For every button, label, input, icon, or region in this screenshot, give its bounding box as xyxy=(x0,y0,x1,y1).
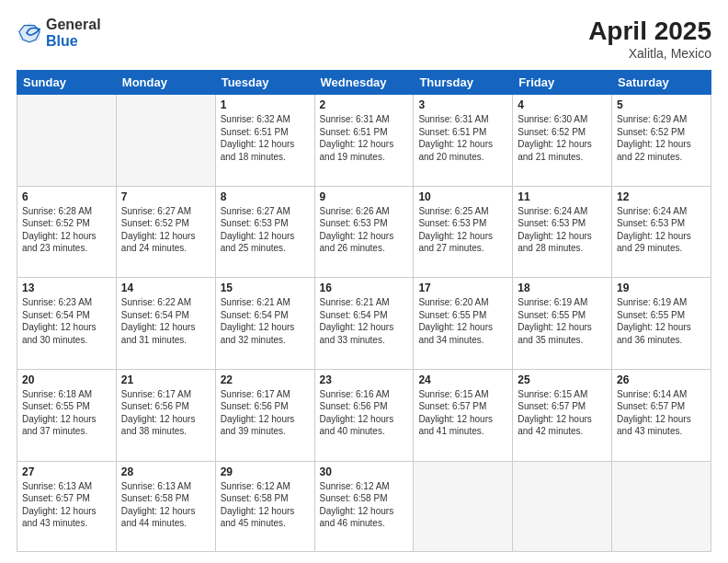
cell-info: Sunrise: 6:27 AM Sunset: 6:53 PM Dayligh… xyxy=(221,205,310,255)
cell-info: Sunrise: 6:31 AM Sunset: 6:51 PM Dayligh… xyxy=(418,113,507,163)
day-number: 17 xyxy=(418,282,507,294)
logo-icon xyxy=(17,20,42,46)
col-header-monday: Monday xyxy=(116,71,215,95)
calendar-cell: 27Sunrise: 6:13 AM Sunset: 6:57 PM Dayli… xyxy=(17,461,117,551)
cell-info: Sunrise: 6:12 AM Sunset: 6:58 PM Dayligh… xyxy=(320,480,409,530)
calendar-cell: 28Sunrise: 6:13 AM Sunset: 6:58 PM Dayli… xyxy=(116,461,215,551)
day-number: 1 xyxy=(221,98,310,111)
calendar-cell: 16Sunrise: 6:21 AM Sunset: 6:54 PM Dayli… xyxy=(314,278,414,370)
month-title: April 2025 xyxy=(588,17,711,46)
calendar-cell: 29Sunrise: 6:12 AM Sunset: 6:58 PM Dayli… xyxy=(215,461,314,551)
day-number: 19 xyxy=(617,282,706,294)
calendar-cell: 19Sunrise: 6:19 AM Sunset: 6:55 PM Dayli… xyxy=(612,278,711,370)
title-block: April 2025 Xalitla, Mexico xyxy=(588,17,711,61)
cell-info: Sunrise: 6:15 AM Sunset: 6:57 PM Dayligh… xyxy=(518,388,607,438)
header: General Blue April 2025 Xalitla, Mexico xyxy=(17,17,711,61)
day-number: 13 xyxy=(22,282,111,294)
calendar-cell: 23Sunrise: 6:16 AM Sunset: 6:56 PM Dayli… xyxy=(314,369,414,461)
day-number: 5 xyxy=(617,98,706,111)
calendar-cell: 25Sunrise: 6:15 AM Sunset: 6:57 PM Dayli… xyxy=(513,369,612,461)
cell-info: Sunrise: 6:17 AM Sunset: 6:56 PM Dayligh… xyxy=(121,388,210,438)
cell-info: Sunrise: 6:28 AM Sunset: 6:52 PM Dayligh… xyxy=(22,205,111,255)
day-number: 21 xyxy=(121,373,210,386)
col-header-saturday: Saturday xyxy=(612,71,711,95)
calendar-cell: 2Sunrise: 6:31 AM Sunset: 6:51 PM Daylig… xyxy=(314,95,414,187)
day-number: 15 xyxy=(221,282,310,294)
cell-info: Sunrise: 6:21 AM Sunset: 6:54 PM Dayligh… xyxy=(320,296,409,346)
day-number: 14 xyxy=(121,282,210,294)
calendar-cell: 12Sunrise: 6:24 AM Sunset: 6:53 PM Dayli… xyxy=(612,186,711,278)
logo-text: General Blue xyxy=(46,17,101,49)
calendar-week-1: 1Sunrise: 6:32 AM Sunset: 6:51 PM Daylig… xyxy=(17,95,711,187)
page: General Blue April 2025 Xalitla, Mexico … xyxy=(0,0,728,563)
col-header-tuesday: Tuesday xyxy=(215,71,314,95)
day-number: 28 xyxy=(121,465,210,478)
cell-info: Sunrise: 6:23 AM Sunset: 6:54 PM Dayligh… xyxy=(22,296,111,346)
calendar-table: SundayMondayTuesdayWednesdayThursdayFrid… xyxy=(17,70,711,552)
day-number: 29 xyxy=(221,465,310,478)
day-number: 11 xyxy=(518,190,607,203)
col-header-thursday: Thursday xyxy=(414,71,513,95)
cell-info: Sunrise: 6:24 AM Sunset: 6:53 PM Dayligh… xyxy=(617,205,706,255)
day-number: 30 xyxy=(320,465,409,478)
calendar-cell: 21Sunrise: 6:17 AM Sunset: 6:56 PM Dayli… xyxy=(116,369,215,461)
day-number: 2 xyxy=(320,98,409,111)
calendar-cell: 6Sunrise: 6:28 AM Sunset: 6:52 PM Daylig… xyxy=(17,186,117,278)
calendar-cell xyxy=(513,461,612,551)
cell-info: Sunrise: 6:26 AM Sunset: 6:53 PM Dayligh… xyxy=(320,205,409,255)
calendar-cell: 30Sunrise: 6:12 AM Sunset: 6:58 PM Dayli… xyxy=(314,461,414,551)
calendar-cell xyxy=(612,461,711,551)
day-number: 25 xyxy=(518,373,607,386)
day-number: 6 xyxy=(22,190,111,203)
calendar-cell xyxy=(414,461,513,551)
logo: General Blue xyxy=(17,17,101,49)
cell-info: Sunrise: 6:14 AM Sunset: 6:57 PM Dayligh… xyxy=(617,388,706,438)
cell-info: Sunrise: 6:30 AM Sunset: 6:52 PM Dayligh… xyxy=(518,113,607,163)
cell-info: Sunrise: 6:25 AM Sunset: 6:53 PM Dayligh… xyxy=(418,205,507,255)
calendar-cell: 9Sunrise: 6:26 AM Sunset: 6:53 PM Daylig… xyxy=(314,186,414,278)
cell-info: Sunrise: 6:18 AM Sunset: 6:55 PM Dayligh… xyxy=(22,388,111,438)
calendar-week-3: 13Sunrise: 6:23 AM Sunset: 6:54 PM Dayli… xyxy=(17,278,711,370)
day-number: 26 xyxy=(617,373,706,386)
calendar-cell: 24Sunrise: 6:15 AM Sunset: 6:57 PM Dayli… xyxy=(414,369,513,461)
calendar-cell: 20Sunrise: 6:18 AM Sunset: 6:55 PM Dayli… xyxy=(17,369,117,461)
cell-info: Sunrise: 6:31 AM Sunset: 6:51 PM Dayligh… xyxy=(320,113,409,163)
calendar-cell: 10Sunrise: 6:25 AM Sunset: 6:53 PM Dayli… xyxy=(414,186,513,278)
logo-general: General xyxy=(46,17,101,33)
cell-info: Sunrise: 6:16 AM Sunset: 6:56 PM Dayligh… xyxy=(320,388,409,438)
calendar-week-4: 20Sunrise: 6:18 AM Sunset: 6:55 PM Dayli… xyxy=(17,369,711,461)
calendar-cell: 8Sunrise: 6:27 AM Sunset: 6:53 PM Daylig… xyxy=(215,186,314,278)
calendar-cell: 11Sunrise: 6:24 AM Sunset: 6:53 PM Dayli… xyxy=(513,186,612,278)
calendar-cell: 1Sunrise: 6:32 AM Sunset: 6:51 PM Daylig… xyxy=(215,95,314,187)
location: Xalitla, Mexico xyxy=(588,46,711,61)
day-number: 23 xyxy=(320,373,409,386)
cell-info: Sunrise: 6:21 AM Sunset: 6:54 PM Dayligh… xyxy=(221,296,310,346)
calendar-cell: 14Sunrise: 6:22 AM Sunset: 6:54 PM Dayli… xyxy=(116,278,215,370)
cell-info: Sunrise: 6:22 AM Sunset: 6:54 PM Dayligh… xyxy=(121,296,210,346)
day-number: 9 xyxy=(320,190,409,203)
cell-info: Sunrise: 6:19 AM Sunset: 6:55 PM Dayligh… xyxy=(617,296,706,346)
day-number: 12 xyxy=(617,190,706,203)
cell-info: Sunrise: 6:29 AM Sunset: 6:52 PM Dayligh… xyxy=(617,113,706,163)
calendar-cell: 4Sunrise: 6:30 AM Sunset: 6:52 PM Daylig… xyxy=(513,95,612,187)
day-number: 24 xyxy=(418,373,507,386)
day-number: 22 xyxy=(221,373,310,386)
col-header-wednesday: Wednesday xyxy=(314,71,414,95)
calendar-cell xyxy=(116,95,215,187)
calendar-cell: 26Sunrise: 6:14 AM Sunset: 6:57 PM Dayli… xyxy=(612,369,711,461)
calendar-cell: 15Sunrise: 6:21 AM Sunset: 6:54 PM Dayli… xyxy=(215,278,314,370)
calendar-cell: 18Sunrise: 6:19 AM Sunset: 6:55 PM Dayli… xyxy=(513,278,612,370)
cell-info: Sunrise: 6:19 AM Sunset: 6:55 PM Dayligh… xyxy=(518,296,607,346)
cell-info: Sunrise: 6:32 AM Sunset: 6:51 PM Dayligh… xyxy=(221,113,310,163)
day-number: 4 xyxy=(518,98,607,111)
day-number: 10 xyxy=(418,190,507,203)
calendar-week-5: 27Sunrise: 6:13 AM Sunset: 6:57 PM Dayli… xyxy=(17,461,711,551)
day-number: 8 xyxy=(221,190,310,203)
logo-blue: Blue xyxy=(46,33,101,50)
day-number: 16 xyxy=(320,282,409,294)
col-header-friday: Friday xyxy=(513,71,612,95)
day-number: 20 xyxy=(22,373,111,386)
cell-info: Sunrise: 6:27 AM Sunset: 6:52 PM Dayligh… xyxy=(121,205,210,255)
calendar-header-row: SundayMondayTuesdayWednesdayThursdayFrid… xyxy=(17,71,711,95)
day-number: 3 xyxy=(418,98,507,111)
